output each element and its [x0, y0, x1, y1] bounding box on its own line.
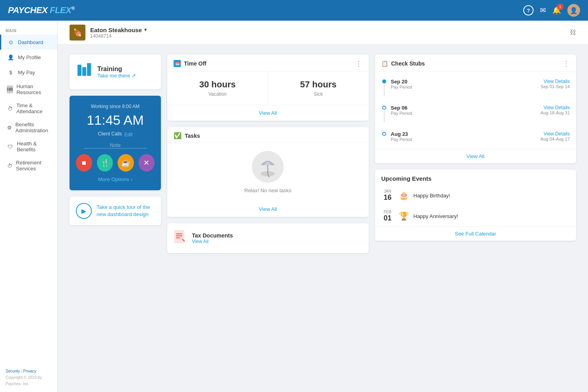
check-stubs-header: 📋 Check Stubs ⋮ — [375, 54, 576, 71]
help-icon[interactable]: ? — [523, 5, 534, 15]
notification-icon[interactable]: 🔔 1 — [552, 6, 561, 15]
send-icon[interactable]: ✉ — [540, 6, 546, 15]
time-off-menu[interactable]: ⋮ — [355, 59, 362, 68]
clock-switch-button[interactable]: ☕ — [118, 154, 134, 172]
sidebar-item-label: Benefits Administration — [15, 122, 52, 133]
clock-label-row: Client Calls Edit — [76, 131, 155, 138]
event-item-1: JAN 16 🎂 Happy Birthday! — [375, 185, 576, 206]
check-stubs-view-all[interactable]: View All — [375, 149, 576, 163]
stub-timeline-2 — [381, 106, 387, 123]
dashboard-grid: Training Take me there ↗ Working since 8… — [58, 45, 588, 263]
clock-break-button[interactable]: 🍴 — [97, 154, 113, 172]
stub-range-3: Aug 04-Aug 17 — [541, 137, 570, 141]
training-icon — [76, 62, 92, 81]
tax-title: Tax Documents — [192, 232, 233, 239]
stub-timeline-1 — [381, 79, 387, 97]
stub-line-2 — [384, 110, 385, 122]
pay-icon: $ — [7, 68, 15, 76]
sidebar-item-my-profile[interactable]: 👤 My Profile — [0, 50, 57, 65]
security-link[interactable]: Security — [6, 369, 20, 373]
copyright-text: Copyright © 2019 by Paychex, Inc. — [6, 375, 52, 387]
dashboard-icon: ⊙ — [7, 38, 15, 46]
stub-view-details-3[interactable]: View Details — [541, 131, 570, 137]
sidebar-item-benefits-admin[interactable]: ⚙ Benefits Administration — [0, 118, 57, 137]
stub-info-3: Aug 23 Pay Period — [391, 131, 537, 142]
sidebar-item-label: Dashboard — [18, 39, 43, 45]
stub-range-1: Sep 01-Sep 14 — [541, 84, 570, 89]
sidebar-item-human-resources[interactable]: HR Human Resources — [0, 80, 57, 99]
more-options-link[interactable]: More Options › — [76, 176, 155, 182]
svg-rect-5 — [174, 230, 184, 243]
clock-working-since: Working since 8:00 AM — [76, 104, 155, 109]
event-day-2: 01 — [381, 214, 394, 222]
health-icon: 🛡 — [7, 143, 14, 151]
middle-column: 📅 Time Off ⋮ 30 hours Vacation 57 hours … — [167, 54, 369, 253]
clock-edit-button[interactable]: Edit — [124, 132, 133, 137]
sidebar-item-label: Human Resources — [16, 83, 52, 95]
right-column: 📋 Check Stubs ⋮ Sep 20 — [375, 54, 576, 241]
calendar-icon: 📅 — [174, 60, 181, 67]
tasks-card: ✅ Tasks — [167, 127, 369, 217]
see-full-calendar-link[interactable]: See Full Calendar — [375, 226, 576, 241]
tour-text[interactable]: Take a quick tour of the new dashboard d… — [97, 204, 155, 218]
stub-date-2: Sep 06 — [391, 105, 537, 111]
retirement-icon: ⏱ — [7, 162, 13, 170]
birthday-icon: 🎂 — [399, 191, 409, 200]
vacation-item: 30 hours Vacation — [167, 71, 268, 105]
privacy-link[interactable]: Privacy — [23, 369, 36, 373]
stub-view-details-2[interactable]: View Details — [541, 105, 570, 110]
sidebar-item-my-pay[interactable]: $ My Pay — [0, 65, 57, 80]
sidebar-item-time-attendance[interactable]: ⏱ Time & Attendance — [0, 99, 57, 118]
stub-view-details-1[interactable]: View Details — [541, 79, 570, 84]
tax-icon — [174, 230, 186, 247]
stub-period-2: Pay Period — [391, 111, 537, 116]
stub-date-1: Sep 20 — [391, 79, 537, 85]
sick-hours: 57 hours — [275, 79, 362, 90]
profile-icon: 👤 — [7, 53, 15, 61]
stub-detail-2: View Details Aug 18-Aug 31 — [541, 105, 570, 115]
vacation-label: Vacation — [174, 91, 261, 97]
training-info: Training Take me there ↗ — [97, 66, 136, 79]
clock-other-button[interactable]: ✕ — [139, 154, 155, 172]
clock-note-input[interactable] — [84, 142, 147, 149]
clock-stop-button[interactable]: ■ — [76, 154, 92, 172]
stub-dot-3 — [382, 132, 386, 136]
tax-documents-card: Tax Documents View All — [167, 223, 369, 253]
company-dropdown-arrow[interactable]: ▾ — [144, 27, 147, 33]
tasks-view-all[interactable]: View All — [167, 201, 369, 217]
user-avatar[interactable]: 👤 — [567, 4, 580, 17]
play-button[interactable]: ▶ — [76, 203, 92, 219]
training-card: Training Take me there ↗ — [70, 54, 161, 89]
left-column: Training Take me there ↗ Working since 8… — [70, 54, 161, 225]
sidebar-item-health-benefits[interactable]: 🛡 Health & Benefits — [0, 137, 57, 156]
upcoming-events-card: Upcoming Events JAN 16 🎂 Happy Birthday!… — [375, 170, 576, 241]
stub-period-3: Pay Period — [391, 137, 537, 142]
sidebar-item-retirement[interactable]: ⏱ Retirement Services — [0, 156, 57, 175]
tasks-header: ✅ Tasks — [167, 127, 369, 143]
time-icon: ⏱ — [7, 104, 13, 112]
clock-time: 11:45 AM — [76, 112, 155, 128]
help-button[interactable]: ? — [523, 5, 534, 15]
check-stubs-title: 📋 Check Stubs — [381, 60, 425, 67]
top-navigation: PAYCHEX FLEX® ? ✉ 🔔 1 👤 — [0, 0, 588, 21]
training-link[interactable]: Take me there ↗ — [97, 73, 136, 79]
tax-view-all[interactable]: View All — [192, 239, 233, 244]
time-off-view-all[interactable]: View All — [167, 105, 369, 121]
check-stubs-icon: 📋 — [381, 60, 388, 67]
tour-card: ▶ Take a quick tour of the new dashboard… — [70, 197, 161, 225]
time-off-header: 📅 Time Off ⋮ — [167, 54, 369, 71]
company-name: Eaton Steakhouse ▾ — [90, 27, 565, 33]
check-stubs-menu[interactable]: ⋮ — [563, 59, 570, 68]
svg-rect-8 — [176, 238, 180, 238]
tasks-check-icon: ✅ — [174, 132, 182, 139]
benefits-icon: ⚙ — [7, 124, 12, 131]
notification-badge: 1 — [557, 4, 563, 10]
tax-info: Tax Documents View All — [192, 232, 233, 244]
check-stubs-card: 📋 Check Stubs ⋮ Sep 20 — [375, 54, 576, 163]
link-icon[interactable]: ⛓ — [570, 29, 576, 36]
sidebar-item-dashboard[interactable]: ⊙ Dashboard — [0, 35, 57, 50]
sidebar: MAIN ⊙ Dashboard 👤 My Profile $ My Pay H… — [0, 21, 58, 392]
svg-rect-0 — [77, 65, 81, 76]
training-title: Training — [97, 66, 136, 73]
stub-item-3: Aug 23 Pay Period View Details Aug 04-Au… — [375, 127, 576, 146]
